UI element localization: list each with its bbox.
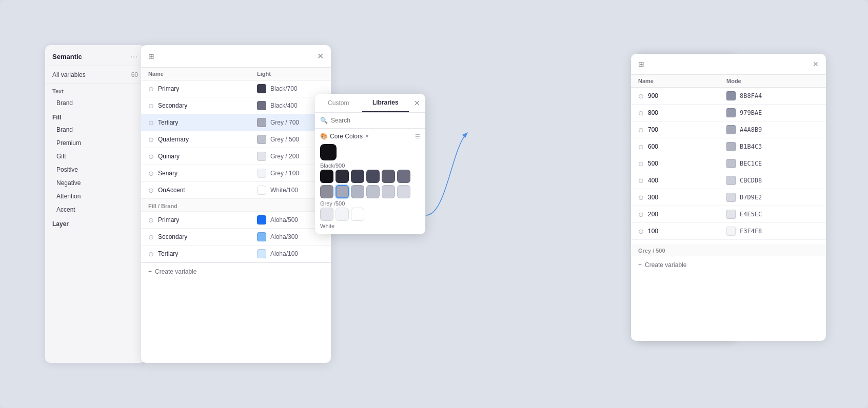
right-icon-200: ⊙ xyxy=(638,211,644,218)
black-swatch-main[interactable] xyxy=(320,144,337,160)
name-column-header: Name xyxy=(148,71,257,77)
right-var-600[interactable]: ⊙ 600 B1B4C3 xyxy=(631,138,826,155)
tab-libraries[interactable]: Libraries xyxy=(362,94,409,112)
right-label-200: 200 xyxy=(648,211,658,218)
right-label-600: 600 xyxy=(648,143,658,150)
vars-header-left: ⊞ xyxy=(148,52,154,60)
section-menu-icon[interactable]: ☰ xyxy=(415,133,420,140)
black-sw-3[interactable] xyxy=(351,170,364,183)
var-name-quinary: ⊙ Quinary xyxy=(148,153,257,160)
more-options-icon[interactable]: ··· xyxy=(130,52,138,60)
right-swatch-400 xyxy=(726,176,736,185)
var-icon-brand-secondary: ⊙ xyxy=(148,233,154,241)
right-var-300[interactable]: ⊙ 300 D7D9E2 xyxy=(631,189,826,206)
grey-sw-7[interactable] xyxy=(320,208,333,221)
var-value-senary: Grey / 100 xyxy=(257,169,324,178)
right-var-900[interactable]: ⊙ 900 8B8FA4 xyxy=(631,88,826,105)
right-var-100[interactable]: ⊙ 100 F3F4F8 xyxy=(631,223,826,240)
var-icon-brand-tertiary: ⊙ xyxy=(148,250,154,258)
grey-sw-2-selected[interactable] xyxy=(336,185,349,198)
sidebar-item-gift[interactable]: Gift xyxy=(45,150,145,163)
main-container: Semantic ··· All variables 60 Text Brand… xyxy=(0,0,868,408)
var-label-quaternary: Quaternary xyxy=(158,136,189,143)
value-brand-tertiary: Aloha/100 xyxy=(270,250,298,257)
var-value-brand-secondary: Aloha/300 xyxy=(257,232,324,241)
black-sw-4[interactable] xyxy=(366,170,380,183)
fill-section-header: Fill xyxy=(45,110,145,123)
lib-search-bar: 🔍 xyxy=(315,113,425,129)
sidebar-item-positive[interactable]: Positive xyxy=(45,163,145,176)
grey-sw-9[interactable] xyxy=(351,208,364,221)
right-close-icon[interactable]: ✕ xyxy=(813,60,819,68)
right-text-300: D7D9E2 xyxy=(740,194,762,201)
grey-sw-6[interactable] xyxy=(397,185,410,198)
right-label-500: 500 xyxy=(648,160,658,167)
var-name-tertiary: ⊙ Tertiary xyxy=(148,119,257,127)
var-label-onaccent: OnAccent xyxy=(158,187,185,194)
right-var-700[interactable]: ⊙ 700 A4A8B9 xyxy=(631,121,826,138)
search-icon: 🔍 xyxy=(320,117,328,124)
var-row-secondary[interactable]: ⊙ Secondary Black/400 xyxy=(141,97,331,114)
right-val-200: E4E5EC xyxy=(726,210,819,219)
sidebar-item-attention[interactable]: Attention xyxy=(45,190,145,203)
black-sw-1[interactable] xyxy=(320,170,333,183)
grey-sw-3[interactable] xyxy=(351,185,364,198)
var-label-primary: Primary xyxy=(158,85,179,92)
sidebar-item-fill-brand[interactable]: Brand xyxy=(45,123,145,136)
right-create-variable[interactable]: + Create variable xyxy=(631,256,826,274)
right-vars-body: ⊙ 900 8B8FA4 ⊙ 800 979BAE xyxy=(631,88,826,274)
var-row-onaccent[interactable]: ⊙ OnAccent White/100 xyxy=(141,182,331,199)
black-sw-2[interactable] xyxy=(336,170,349,183)
semantic-panel: Semantic ··· All variables 60 Text Brand… xyxy=(45,45,145,363)
layer-section-header: Layer xyxy=(45,216,145,230)
grey-500-section: Grey / 500 xyxy=(631,244,826,256)
sidebar-item-premium[interactable]: Premium xyxy=(45,136,145,150)
all-vars-row[interactable]: All variables 60 xyxy=(45,66,145,84)
grey-sw-4[interactable] xyxy=(366,185,380,198)
create-variable-label: Create variable xyxy=(155,268,196,275)
var-row-senary[interactable]: ⊙ Senary Grey / 100 xyxy=(141,165,331,182)
var-icon-brand-primary: ⊙ xyxy=(148,216,154,224)
lib-close-button[interactable]: ✕ xyxy=(409,94,425,112)
grey-sw-1[interactable] xyxy=(320,185,333,198)
grey-sw-8[interactable] xyxy=(336,208,349,221)
black-sw-5[interactable] xyxy=(382,170,395,183)
var-row-primary[interactable]: ⊙ Primary Black/700 xyxy=(141,80,331,97)
right-icon-900: ⊙ xyxy=(638,92,644,100)
var-row-brand-tertiary[interactable]: ⊙ Tertiary Aloha/100 xyxy=(141,246,331,262)
var-row-tertiary[interactable]: ⊙ Tertiary Grey / 700 xyxy=(141,114,331,131)
right-var-400[interactable]: ⊙ 400 CBCDD8 xyxy=(631,172,826,189)
tab-custom[interactable]: Custom xyxy=(315,94,362,112)
right-plus-icon: + xyxy=(638,261,642,269)
right-text-500: BEC1CE xyxy=(740,160,762,167)
sidebar-item-text-brand[interactable]: Brand xyxy=(45,96,145,110)
vars-close-button[interactable]: ✕ xyxy=(317,51,324,61)
var-value-quaternary: Grey / 500 xyxy=(257,135,324,144)
black-sw-6[interactable] xyxy=(397,170,410,183)
all-vars-label: All variables xyxy=(52,71,86,78)
palette-icon: 🎨 xyxy=(320,133,328,140)
right-label-300: 300 xyxy=(648,194,658,201)
right-var-800[interactable]: ⊙ 800 979BAE xyxy=(631,105,826,121)
black-swatches-row xyxy=(320,170,420,183)
var-row-brand-secondary[interactable]: ⊙ Secondary Aloha/300 xyxy=(141,229,331,246)
value-brand-primary: Aloha/500 xyxy=(270,216,298,223)
search-input[interactable] xyxy=(331,117,420,124)
sidebar-item-negative[interactable]: Negative xyxy=(45,176,145,190)
swatch-quinary xyxy=(257,152,266,161)
var-row-quaternary[interactable]: ⊙ Quaternary Grey / 500 xyxy=(141,131,331,148)
var-name-onaccent: ⊙ OnAccent xyxy=(148,187,257,194)
sidebar-item-accent[interactable]: Accent xyxy=(45,203,145,216)
swatch-quaternary xyxy=(257,135,266,144)
create-variable-button[interactable]: + Create variable xyxy=(141,262,331,280)
var-row-quinary[interactable]: ⊙ Quinary Grey / 200 xyxy=(141,148,331,165)
right-val-800: 979BAE xyxy=(726,108,819,117)
right-val-600: B1B4C3 xyxy=(726,142,819,151)
value-brand-secondary: Aloha/300 xyxy=(270,233,298,240)
right-text-800: 979BAE xyxy=(740,109,762,116)
grey-sw-5[interactable] xyxy=(382,185,395,198)
var-row-brand-primary[interactable]: ⊙ Primary Aloha/500 xyxy=(141,212,331,229)
right-var-500[interactable]: ⊙ 500 BEC1CE xyxy=(631,155,826,172)
right-var-200[interactable]: ⊙ 200 E4E5EC xyxy=(631,206,826,223)
var-label-quinary: Quinary xyxy=(158,153,180,160)
